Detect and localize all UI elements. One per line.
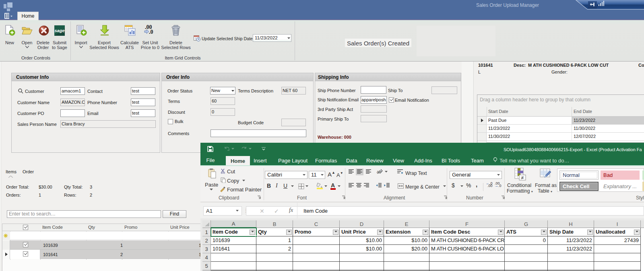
svg-text:≠: ≠ [521,175,524,181]
svg-text:sage: sage [54,28,64,33]
svg-text:ab: ab [377,170,382,174]
